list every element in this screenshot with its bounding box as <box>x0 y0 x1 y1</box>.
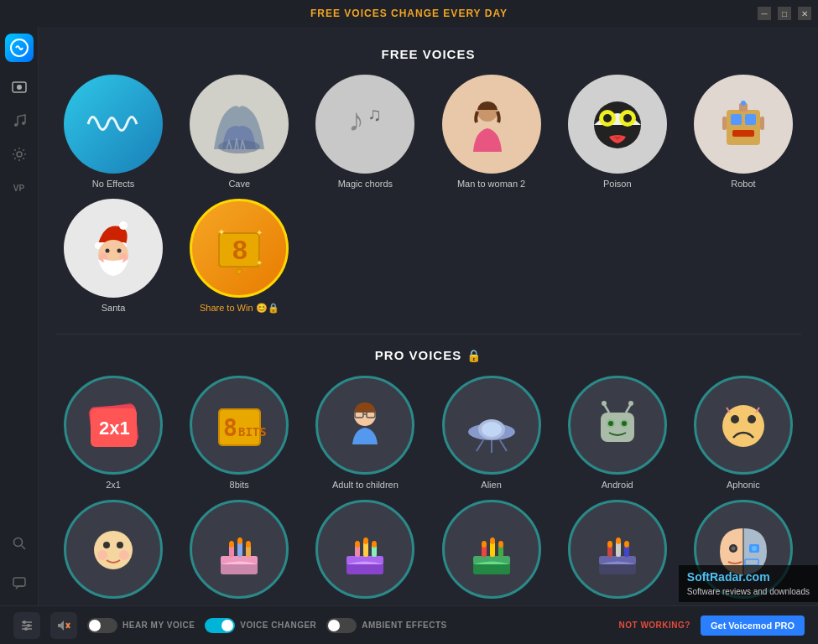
sidebar-item-music[interactable] <box>4 106 34 136</box>
sidebar-item-settings[interactable] <box>4 139 34 169</box>
voice-label-aphonic: Aphonic <box>727 480 760 490</box>
sidebar-item-search[interactable] <box>4 528 34 558</box>
svg-point-2 <box>17 85 22 90</box>
svg-point-9 <box>218 140 260 153</box>
svg-rect-58 <box>601 413 634 442</box>
voice-circle-alien <box>442 376 541 475</box>
sidebar-item-voicemod[interactable] <box>4 72 34 102</box>
not-working-status[interactable]: NOT WORKING? <box>619 621 690 630</box>
svg-point-25 <box>741 101 746 106</box>
svg-point-90 <box>372 541 377 548</box>
voice-changer-toggle[interactable] <box>205 618 235 633</box>
svg-point-29 <box>106 248 110 252</box>
free-voices-grid: No Effects Cave ♪ <box>55 75 801 314</box>
voice-changer-toggle-group: VOICE CHANGER <box>205 618 316 633</box>
svg-point-62 <box>622 421 627 426</box>
voice-item-android[interactable]: Android <box>560 376 675 490</box>
voice-item-bot[interactable]: Bot <box>685 500 801 605</box>
voice-label-cave: Cave <box>228 179 250 189</box>
voice-item-alien[interactable]: Alien <box>434 376 550 490</box>
title-bar-text: FREE VOICES CHANGE EVERY DAY <box>310 8 508 19</box>
voice-label-8bits: 8bits <box>230 480 249 490</box>
voice-label-santa: Santa <box>102 303 126 313</box>
voice-item-birthday-capella[interactable]: Birthday capella <box>307 500 423 605</box>
svg-point-16 <box>603 114 612 122</box>
main-content: FREE VOICES No Effects <box>39 27 818 605</box>
svg-point-97 <box>490 538 495 544</box>
voice-circle-android <box>568 376 667 475</box>
svg-point-5 <box>17 152 22 157</box>
sidebar-item-chat[interactable] <box>4 569 34 599</box>
svg-point-110 <box>752 546 757 551</box>
close-button[interactable]: ✕ <box>798 7 811 20</box>
svg-point-74 <box>119 550 129 560</box>
voice-circle-birthday-reggae <box>442 500 541 599</box>
voice-item-santa[interactable]: Santa <box>55 199 171 314</box>
svg-text:8: 8 <box>232 235 247 265</box>
mute-button[interactable] <box>50 612 77 639</box>
voice-label-android: Android <box>602 480 633 490</box>
svg-point-105 <box>616 538 621 544</box>
svg-text:♫: ♫ <box>367 104 382 125</box>
voice-item-man-to-woman[interactable]: Man to woman 2 <box>434 75 550 189</box>
maximize-button[interactable]: □ <box>778 7 791 20</box>
voice-item-adult-to-children[interactable]: Adult to children <box>307 376 423 490</box>
svg-point-106 <box>624 541 629 548</box>
svg-point-6 <box>13 538 22 547</box>
voice-item-birthday-beach[interactable]: Birthday beach <box>181 500 297 605</box>
get-pro-button[interactable]: Get Voicemod PRO <box>701 615 805 636</box>
ambient-effects-toggle-group: AMBIENT EFFECTS <box>326 618 446 633</box>
voice-item-magic-chords[interactable]: ♪ ♫ Magic chords <box>307 75 423 189</box>
svg-rect-20 <box>745 114 756 125</box>
window-controls[interactable]: ─ □ ✕ <box>758 7 811 20</box>
svg-line-57 <box>500 440 507 451</box>
voice-circle-adult-to-children <box>315 376 414 475</box>
bottom-bar: HEAR MY VOICE VOICE CHANGER AMBIENT EFFE… <box>0 605 818 644</box>
svg-rect-22 <box>722 117 727 130</box>
svg-point-68 <box>731 415 739 423</box>
svg-point-61 <box>608 421 613 426</box>
voice-item-birthday-rock[interactable]: Birthday rock <box>560 500 675 605</box>
svg-rect-8 <box>13 578 25 586</box>
svg-point-27 <box>119 221 128 230</box>
voice-item-poison[interactable]: Poison <box>560 75 675 189</box>
voice-item-birthday-reggae[interactable]: Birthday reggae <box>434 500 550 605</box>
svg-text:✦: ✦ <box>256 258 263 267</box>
voice-circle-santa <box>64 199 163 298</box>
svg-point-116 <box>23 621 26 624</box>
svg-point-98 <box>498 541 503 548</box>
voice-item-robot[interactable]: Robot <box>685 75 801 189</box>
app-logo[interactable] <box>5 34 34 62</box>
voice-item-2x1[interactable]: 2x1 2x1 <box>55 376 171 490</box>
svg-point-65 <box>602 401 607 406</box>
svg-rect-21 <box>732 130 754 137</box>
voice-item-aphonic[interactable]: Aphonic <box>685 376 801 490</box>
ambient-effects-toggle[interactable] <box>326 618 357 633</box>
voice-label-man-to-woman: Man to woman 2 <box>457 179 525 189</box>
svg-text:✦: ✦ <box>217 226 226 238</box>
voice-item-baby[interactable]: Baby <box>55 500 171 605</box>
voice-item-cave[interactable]: Cave <box>181 75 297 189</box>
voice-item-no-effects[interactable]: No Effects <box>55 75 171 189</box>
settings-bottom-button[interactable] <box>13 612 40 639</box>
svg-point-3 <box>14 123 18 127</box>
svg-point-71 <box>103 542 110 548</box>
voice-circle-robot <box>694 75 793 174</box>
voice-circle-8bits: 8 BITS <box>190 376 289 475</box>
svg-text:BITS: BITS <box>238 425 267 439</box>
svg-point-88 <box>355 541 360 548</box>
svg-point-118 <box>24 627 28 631</box>
sidebar: VP <box>0 27 39 605</box>
svg-point-17 <box>623 114 632 122</box>
hear-my-voice-label: HEAR MY VOICE <box>122 621 195 630</box>
hear-my-voice-toggle[interactable] <box>87 618 117 633</box>
minimize-button[interactable]: ─ <box>758 7 771 20</box>
svg-point-4 <box>22 122 25 125</box>
voice-item-share-to-win[interactable]: 8 ✦ ✦ ✦ Share to Win 😊🔒 <box>181 199 297 314</box>
svg-text:♪: ♪ <box>348 102 364 138</box>
voice-item-8bits[interactable]: 8 BITS 8bits <box>181 376 297 490</box>
sidebar-item-vp[interactable]: VP <box>4 173 34 203</box>
voice-circle-magic-chords: ♪ ♫ <box>315 75 414 174</box>
section-divider <box>55 334 801 335</box>
voice-circle-birthday-rock <box>568 500 667 599</box>
